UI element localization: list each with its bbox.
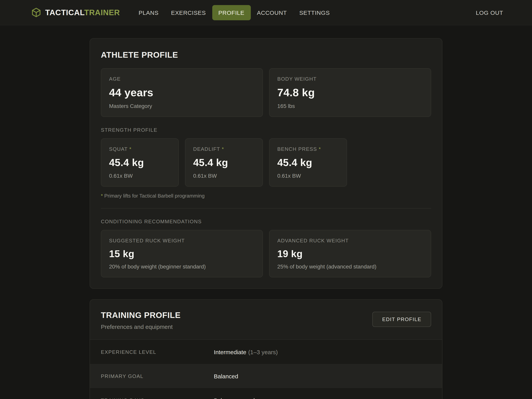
brand-name-secondary: TRAINER: [84, 8, 120, 17]
stat-deadlift-sub: 0.61x BW: [193, 173, 255, 179]
footnote-asterisk: *: [101, 193, 103, 199]
brand-logo[interactable]: TACTICALTRAINER: [31, 7, 120, 18]
training-profile-title: TRAINING PROFILE: [101, 310, 181, 320]
row-experience-level-suffix: (1–3 years): [248, 348, 278, 355]
row-experience-level: EXPERIENCE LEVEL Intermediate(1–3 years): [90, 340, 442, 364]
row-training-days-label: TRAINING DAYS: [101, 397, 214, 399]
stat-squat-value: 45.4 kg: [109, 157, 171, 169]
row-training-days-value: 5 days per week: [214, 397, 256, 399]
deadlift-asterisk: *: [222, 146, 224, 152]
stat-suggested-ruck-sub: 20% of body weight (beginner standard): [109, 264, 255, 270]
stat-suggested-ruck-label: SUGGESTED RUCK WEIGHT: [109, 238, 255, 244]
stat-suggested-ruck-value: 15 kg: [109, 248, 255, 259]
athlete-profile-card: ATHLETE PROFILE AGE 44 years Masters Cat…: [89, 38, 443, 289]
stat-body-weight-label: BODY WEIGHT: [277, 76, 423, 82]
bench-press-asterisk: *: [319, 146, 321, 152]
stat-suggested-ruck: SUGGESTED RUCK WEIGHT 15 kg 20% of body …: [101, 230, 263, 277]
stat-advanced-ruck: ADVANCED RUCK WEIGHT 19 kg 25% of body w…: [269, 230, 431, 277]
training-profile-heading-group: TRAINING PROFILE Preferences and equipme…: [101, 310, 181, 330]
row-primary-goal-label: PRIMARY GOAL: [101, 373, 214, 379]
top-navbar: TACTICALTRAINER PLANS EXERCISES PROFILE …: [0, 0, 532, 25]
stat-body-weight-value: 74.8 kg: [277, 86, 423, 99]
brand-name-primary: TACTICAL: [45, 8, 84, 17]
nav-item-exercises[interactable]: EXERCISES: [165, 5, 212, 20]
conditioning-label: CONDITIONING RECOMMENDATIONS: [101, 219, 431, 225]
stat-bench-press-label: BENCH PRESS *: [277, 146, 339, 152]
conditioning-stats-grid: SUGGESTED RUCK WEIGHT 15 kg 20% of body …: [101, 230, 431, 277]
stat-bench-press-sub: 0.61x BW: [277, 173, 339, 179]
stat-age: AGE 44 years Masters Category: [101, 68, 263, 117]
brand-name: TACTICALTRAINER: [45, 8, 120, 17]
training-profile-header: TRAINING PROFILE Preferences and equipme…: [90, 300, 442, 339]
body-stats-grid: AGE 44 years Masters Category BODY WEIGH…: [101, 68, 431, 117]
stat-deadlift-value: 45.4 kg: [193, 157, 255, 169]
stat-body-weight-sub: 165 lbs: [277, 103, 423, 109]
athlete-profile-title: ATHLETE PROFILE: [101, 50, 431, 60]
stat-bench-press-value: 45.4 kg: [277, 157, 339, 169]
training-profile-subtitle: Preferences and equipment: [101, 323, 181, 330]
strength-stats-grid: SQUAT * 45.4 kg 0.61x BW DEADLIFT * 45.4…: [101, 138, 431, 187]
row-primary-goal: PRIMARY GOAL Balanced: [90, 364, 442, 388]
training-profile-card: TRAINING PROFILE Preferences and equipme…: [89, 299, 443, 399]
stat-deadlift-label: DEADLIFT *: [193, 146, 255, 152]
row-training-days: TRAINING DAYS 5 days per week: [90, 388, 442, 399]
row-experience-level-value: Intermediate(1–3 years): [214, 348, 278, 355]
edit-profile-button[interactable]: EDIT PROFILE: [373, 312, 431, 327]
stat-age-value: 44 years: [109, 86, 255, 99]
strength-profile-label: STRENGTH PROFILE: [101, 127, 431, 133]
stat-advanced-ruck-value: 19 kg: [277, 248, 423, 259]
row-primary-goal-value: Balanced: [214, 373, 238, 379]
squat-asterisk: *: [129, 146, 132, 152]
stat-advanced-ruck-sub: 25% of body weight (advanced standard): [277, 264, 423, 270]
section-divider: [101, 208, 431, 208]
nav-item-profile[interactable]: PROFILE: [212, 5, 251, 20]
nav-item-settings[interactable]: SETTINGS: [293, 5, 336, 20]
stat-body-weight: BODY WEIGHT 74.8 kg 165 lbs: [269, 68, 431, 117]
training-profile-rows: EXPERIENCE LEVEL Intermediate(1–3 years)…: [90, 339, 442, 399]
strength-footnote: * Primary lifts for Tactical Barbell pro…: [101, 193, 431, 199]
stat-squat-label: SQUAT *: [109, 146, 171, 152]
stat-squat-sub: 0.61x BW: [109, 173, 171, 179]
main-nav: PLANS EXERCISES PROFILE ACCOUNT SETTINGS: [133, 5, 336, 20]
logout-button[interactable]: LOG OUT: [469, 5, 503, 20]
app-root: TACTICALTRAINER PLANS EXERCISES PROFILE …: [0, 0, 532, 399]
nav-item-account[interactable]: ACCOUNT: [251, 5, 293, 20]
stat-age-label: AGE: [109, 76, 255, 82]
main-content: ATHLETE PROFILE AGE 44 years Masters Cat…: [89, 25, 443, 399]
stat-deadlift: DEADLIFT * 45.4 kg 0.61x BW: [185, 138, 263, 187]
nav-item-plans[interactable]: PLANS: [133, 5, 165, 20]
row-experience-level-label: EXPERIENCE LEVEL: [101, 349, 214, 355]
stat-squat: SQUAT * 45.4 kg 0.61x BW: [101, 138, 179, 187]
stat-advanced-ruck-label: ADVANCED RUCK WEIGHT: [277, 238, 423, 244]
cube-icon: [31, 7, 41, 18]
stat-age-sub: Masters Category: [109, 103, 255, 109]
stat-bench-press: BENCH PRESS * 45.4 kg 0.61x BW: [269, 138, 347, 187]
